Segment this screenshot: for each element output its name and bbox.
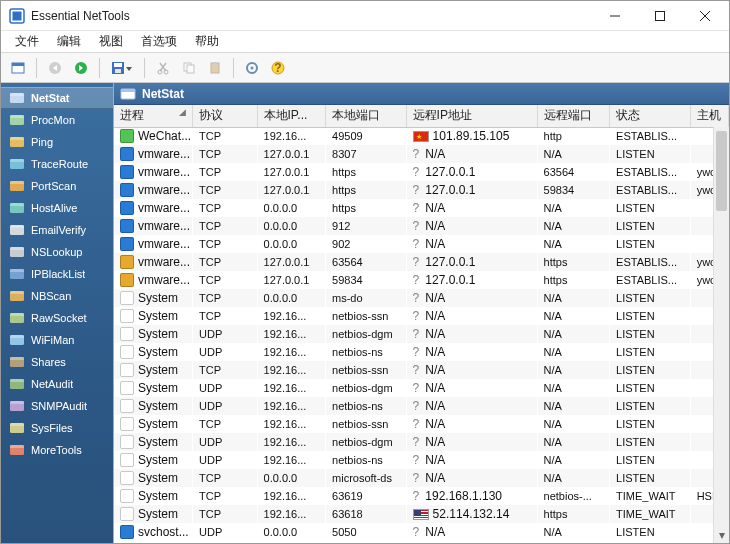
table-row[interactable]: SystemUDP192.16...netbios-ns?N/AN/ALISTE… (114, 397, 729, 415)
remote-port-cell: N/A (537, 217, 610, 235)
paste-button[interactable] (204, 57, 226, 79)
scroll-down-arrow[interactable]: ▾ (714, 527, 729, 543)
table-row[interactable]: SystemTCP192.16...netbios-ssn?N/AN/ALIST… (114, 361, 729, 379)
sidebar-item-nslookup[interactable]: NSLookup (1, 241, 113, 263)
table-row[interactable]: WeChat...TCP192.16...49509★101.89.15.105… (114, 127, 729, 145)
table-row[interactable]: SystemTCP192.16...63619?192.168.1.130net… (114, 487, 729, 505)
table-row[interactable]: svchost...UDP0.0.0.05050?N/AN/ALISTEN (114, 523, 729, 541)
remote-ip-cell: N/A (425, 219, 445, 233)
sidebar-item-moretools[interactable]: MoreTools (1, 439, 113, 461)
new-window-button[interactable] (7, 57, 29, 79)
protocol-cell: TCP (193, 235, 257, 253)
table-row[interactable]: vmware...TCP127.0.0.18307?N/AN/ALISTEN (114, 145, 729, 163)
svg-rect-24 (10, 93, 24, 96)
table-row[interactable]: SystemTCP192.16...6361852.114.132.14http… (114, 505, 729, 523)
table-row[interactable]: SystemUDP192.16...netbios-ns?N/AN/ALISTE… (114, 343, 729, 361)
menu-3[interactable]: 首选项 (133, 31, 185, 52)
sidebar-item-traceroute[interactable]: TraceRoute (1, 153, 113, 175)
process-name: System (138, 453, 178, 467)
menu-4[interactable]: 帮助 (187, 31, 227, 52)
sidebar-item-netaudit[interactable]: NetAudit (1, 373, 113, 395)
copy-button[interactable] (178, 57, 200, 79)
unknown-flag-icon: ? (413, 327, 420, 341)
remote-port-cell: 59834 (537, 181, 610, 199)
sidebar-item-procmon[interactable]: ProcMon (1, 109, 113, 131)
remote-port-cell: N/A (537, 451, 610, 469)
menu-1[interactable]: 编辑 (49, 31, 89, 52)
local-ip-cell: 0.0.0.0 (257, 523, 326, 541)
column-header-3[interactable]: 本地端口 (326, 105, 407, 127)
column-header-5[interactable]: 远程端口 (537, 105, 610, 127)
cut-button[interactable] (152, 57, 174, 79)
table-row[interactable]: vmware...TCP127.0.0.1https?127.0.0.16356… (114, 163, 729, 181)
table-row[interactable]: vmware...TCP0.0.0.0902?N/AN/ALISTEN (114, 235, 729, 253)
column-header-6[interactable]: 状态 (610, 105, 691, 127)
table-row[interactable]: SystemUDP192.16...netbios-dgm?N/AN/ALIST… (114, 433, 729, 451)
menu-2[interactable]: 视图 (91, 31, 131, 52)
process-icon (120, 525, 134, 539)
table-row[interactable]: vmware...TCP127.0.0.163564?127.0.0.1http… (114, 253, 729, 271)
minimize-button[interactable] (592, 1, 637, 31)
svg-rect-30 (10, 159, 24, 162)
table-row[interactable]: vmware...TCP0.0.0.0https?N/AN/ALISTEN (114, 199, 729, 217)
sidebar-item-label: IPBlackList (31, 268, 85, 280)
unknown-flag-icon: ? (413, 219, 420, 233)
table-row[interactable]: SystemTCP0.0.0.0ms-do?N/AN/ALISTEN (114, 289, 729, 307)
column-header-4[interactable]: 远程IP地址 (406, 105, 537, 127)
local-ip-cell: 0.0.0.0 (257, 235, 326, 253)
table-row[interactable]: vmware...TCP127.0.0.159834?127.0.0.1http… (114, 271, 729, 289)
process-name: System (138, 471, 178, 485)
table-row[interactable]: SystemUDP192.16...netbios-ns?N/AN/ALISTE… (114, 451, 729, 469)
sidebar-item-wifiman[interactable]: WiFiMan (1, 329, 113, 351)
scrollbar-thumb[interactable] (716, 131, 727, 211)
protocol-cell: UDP (193, 397, 257, 415)
save-button[interactable] (107, 57, 137, 79)
sidebar-item-emailverify[interactable]: EmailVerify (1, 219, 113, 241)
unknown-flag-icon: ? (413, 309, 420, 323)
local-port-cell: 63564 (326, 253, 407, 271)
forward-button[interactable] (70, 57, 92, 79)
column-header-2[interactable]: 本地IP... (257, 105, 326, 127)
nslookup-icon (9, 244, 25, 260)
remote-ip-cell: 52.114.132.14 (433, 507, 510, 521)
unknown-flag-icon: ? (413, 381, 420, 395)
sidebar-item-netstat[interactable]: NetStat (1, 87, 113, 109)
svg-rect-7 (12, 63, 24, 66)
maximize-button[interactable] (637, 1, 682, 31)
sidebar-item-portscan[interactable]: PortScan (1, 175, 113, 197)
menu-0[interactable]: 文件 (7, 31, 47, 52)
settings-button[interactable] (241, 57, 263, 79)
sidebar: NetStatProcMonPingTraceRoutePortScanHost… (1, 83, 113, 543)
column-header-0[interactable]: 进程◢ (114, 105, 193, 127)
sidebar-item-label: SNMPAudit (31, 400, 87, 412)
column-header-7[interactable]: 主机 (690, 105, 728, 127)
remote-port-cell: N/A (537, 361, 610, 379)
sidebar-item-rawsocket[interactable]: RawSocket (1, 307, 113, 329)
table-row[interactable]: vmware...TCP0.0.0.0912?N/AN/ALISTEN (114, 217, 729, 235)
sidebar-item-shares[interactable]: Shares (1, 351, 113, 373)
remote-port-cell: N/A (537, 397, 610, 415)
table-row[interactable]: vmware...TCP127.0.0.1https?127.0.0.15983… (114, 181, 729, 199)
svg-rect-36 (10, 225, 24, 228)
sidebar-item-snmpaudit[interactable]: SNMPAudit (1, 395, 113, 417)
back-button[interactable] (44, 57, 66, 79)
table-row[interactable]: SystemTCP0.0.0.0microsoft-ds?N/AN/ALISTE… (114, 469, 729, 487)
sidebar-item-ping[interactable]: Ping (1, 131, 113, 153)
sidebar-item-label: WiFiMan (31, 334, 74, 346)
vertical-scrollbar[interactable]: ▴ ▾ (713, 127, 729, 543)
sidebar-item-sysfiles[interactable]: SysFiles (1, 417, 113, 439)
table-row[interactable]: SystemUDP192.16...netbios-dgm?N/AN/ALIST… (114, 325, 729, 343)
file-icon (120, 417, 134, 431)
table-body: WeChat...TCP192.16...49509★101.89.15.105… (114, 127, 729, 541)
close-button[interactable] (682, 1, 727, 31)
table-row[interactable]: SystemTCP192.16...netbios-ssn?N/AN/ALIST… (114, 307, 729, 325)
help-button[interactable]: ? (267, 57, 289, 79)
table-row[interactable]: SystemTCP192.16...netbios-ssn?N/AN/ALIST… (114, 415, 729, 433)
sidebar-item-ipblacklist[interactable]: IPBlackList (1, 263, 113, 285)
sidebar-item-nbscan[interactable]: NBScan (1, 285, 113, 307)
process-name: vmware... (138, 219, 190, 233)
column-header-1[interactable]: 协议 (193, 105, 257, 127)
sidebar-item-hostalive[interactable]: HostAlive (1, 197, 113, 219)
table-row[interactable]: SystemUDP192.16...netbios-dgm?N/AN/ALIST… (114, 379, 729, 397)
process-name: System (138, 507, 178, 521)
